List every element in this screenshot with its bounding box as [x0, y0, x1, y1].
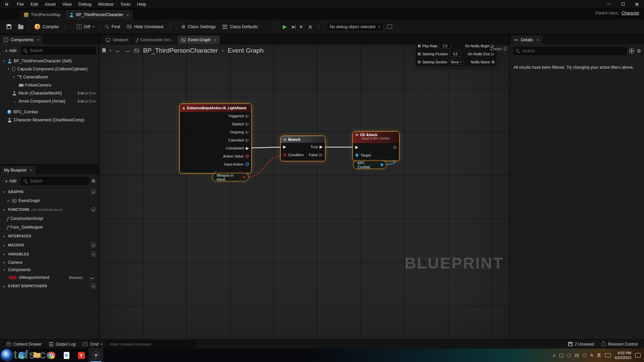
taskbar-notepad[interactable]: N	[59, 349, 74, 362]
tab-close-icon[interactable]: ×	[214, 38, 216, 43]
breadcrumb-root[interactable]: BP_ThirdPersonCharacter	[143, 47, 218, 54]
display-filter-icon[interactable]	[629, 49, 634, 53]
pin-input-action[interactable]: Input Action	[180, 160, 251, 168]
starting-position-value[interactable]: 0.0	[449, 51, 461, 57]
tree-row-followcamera[interactable]: FollowCamera	[0, 81, 99, 89]
edit-in-cpp-link[interactable]: Edit in C++	[78, 91, 96, 95]
exec-pin-icon[interactable]: ▶	[246, 146, 249, 150]
section-event-dispatchers[interactable]: ▸ EVENT DISPATCHERS +	[0, 282, 99, 291]
item-func-getweapon[interactable]: ƒ Func_GetWeapon	[0, 223, 99, 232]
taskbar-unreal-engine[interactable]: U	[89, 349, 103, 362]
float-pin-icon[interactable]	[418, 45, 421, 47]
exec-pin-icon[interactable]: ▷	[320, 153, 323, 157]
language-indicator-b[interactable]: 英	[597, 353, 601, 358]
details-search-input[interactable]	[513, 47, 627, 55]
pin-condition[interactable]: Condition	[283, 153, 304, 157]
add-graph-icon[interactable]: +	[91, 189, 96, 194]
chevron-down-icon[interactable]: ▾	[110, 49, 111, 52]
language-indicator-a[interactable]: A	[590, 353, 593, 358]
name-pin-icon[interactable]	[492, 61, 494, 63]
add-macro-icon[interactable]: +	[91, 243, 96, 248]
exec-in-pin-icon[interactable]: ▶	[355, 145, 358, 149]
gear-icon[interactable]: ⚙	[637, 49, 641, 53]
tree-row-charmove[interactable]: Character Movement (CharMoveComp)	[0, 116, 99, 124]
expander-icon[interactable]: ▾	[3, 208, 6, 212]
exec-pin-icon[interactable]: ▷	[246, 114, 249, 118]
bool-pin-icon[interactable]	[283, 153, 286, 157]
play-rate-value[interactable]: 1.0	[439, 44, 451, 49]
object-pin-icon[interactable]	[355, 154, 359, 157]
revision-control-button[interactable]: Revision Control	[598, 341, 641, 348]
bool-pin-icon[interactable]	[246, 155, 249, 158]
pin-starting-position[interactable]: Starting Position 0.0	[418, 50, 464, 58]
minimize-button[interactable]	[602, 0, 616, 9]
exec-pin-icon[interactable]: ▷	[246, 130, 249, 134]
eject-button[interactable]	[305, 22, 315, 32]
menu-help[interactable]: Help	[134, 1, 150, 8]
taskbar-clock[interactable]: 4:02 PM 6/22/2023	[615, 351, 631, 360]
network-icon[interactable]	[575, 354, 579, 357]
class-defaults-button[interactable]: Class Defaults	[219, 22, 261, 32]
output-log-button[interactable]: Output Log	[46, 341, 78, 348]
bookmark-icon[interactable]	[102, 48, 106, 53]
menu-asset[interactable]: Asset	[41, 1, 59, 8]
exec-out-pin-icon[interactable]: ▷	[394, 145, 397, 149]
starting-section-dropdown[interactable]: None▾	[449, 59, 464, 65]
debug-object-dropdown[interactable]: No debug object selected ▾	[326, 22, 384, 31]
add-component-button[interactable]: + Add	[3, 47, 18, 54]
hide-unrelated-button[interactable]: Hide Unrelated	[124, 22, 166, 32]
add-function-icon[interactable]: +	[91, 207, 96, 212]
exec-pin-icon[interactable]: ▷	[246, 138, 249, 142]
section-variables[interactable]: ▾ VARIABLES +	[0, 250, 99, 259]
node-header[interactable]: ⋎ Branch	[281, 136, 325, 143]
notification-center-icon[interactable]	[635, 353, 641, 358]
menu-view[interactable]: View	[59, 1, 75, 8]
exec-pin-icon[interactable]: ▶	[320, 145, 323, 149]
play-options-icon[interactable]: ⋮	[316, 24, 322, 29]
expander-icon[interactable]: ▾	[2, 59, 5, 63]
gear-icon[interactable]: ⚙	[91, 179, 96, 183]
tree-row-self[interactable]: ▾ BP_ThirdPersonCharacter (Self)	[0, 57, 99, 65]
tree-row-arrow[interactable]: → Arrow Component (Arrow) Edit in C++	[0, 97, 99, 105]
expander-icon[interactable]: ▾	[12, 75, 15, 79]
menu-file[interactable]: File	[13, 1, 27, 8]
section-functions[interactable]: ▾ FUNCTIONS (36 OVERRIDABLE) +	[0, 205, 99, 214]
unsaved-button[interactable]: 2 Unsaved	[565, 341, 597, 348]
my-blueprint-search-input[interactable]	[21, 177, 89, 185]
forward-arrow-icon[interactable]: →	[125, 48, 130, 54]
pin-notify-name[interactable]: Notify Name	[465, 58, 494, 66]
section-graphs[interactable]: ▾ GRAPHS +	[0, 187, 99, 196]
variable-bweaponinhand[interactable]: bWeaponInHand Boolean	[0, 274, 99, 282]
node-header[interactable]: ✉ CE Attack Target is BPC Combat	[353, 132, 399, 143]
tab-close-icon[interactable]: ×	[126, 12, 129, 17]
unreal-logo-icon[interactable]: U	[3, 1, 10, 8]
close-icon[interactable]: ×	[537, 38, 539, 42]
tray-icon-1[interactable]	[559, 354, 563, 357]
eye-closed-icon[interactable]	[90, 276, 95, 279]
tab-details[interactable]: ≔ Details ×	[511, 36, 542, 44]
compile-button[interactable]: ? Compile	[32, 22, 62, 32]
frame-skip-button[interactable]: ▶|	[290, 24, 297, 29]
node-branch[interactable]: ⋎ Branch ▶ True ▶ Condition	[280, 136, 325, 161]
pin-action-value[interactable]: Action Value	[180, 152, 251, 160]
console-command-input[interactable]	[107, 341, 197, 348]
close-icon[interactable]: ×	[37, 38, 39, 42]
tab-my-blueprint[interactable]: My Blueprint ×	[1, 166, 36, 175]
menu-tools[interactable]: Tools	[117, 1, 133, 8]
expander-icon[interactable]: ▸	[3, 261, 6, 264]
pin-starting-section[interactable]: Starting Section None▾	[418, 58, 464, 66]
bool-pin-icon[interactable]	[243, 176, 246, 179]
close-icon[interactable]: ×	[30, 168, 32, 173]
menu-edit[interactable]: Edit	[27, 1, 41, 8]
browse-button[interactable]	[15, 22, 26, 32]
cmd-dropdown[interactable]: > Cmd ▾	[80, 341, 105, 348]
expander-icon[interactable]: ▸	[3, 285, 6, 288]
object-pin-icon[interactable]	[246, 163, 249, 166]
pin-completed[interactable]: Completed▶	[180, 144, 251, 152]
exec-in-pin-icon[interactable]: ▶	[283, 145, 286, 149]
node-play-montage[interactable]: Play Rate 1.0 Starting Position 0.0 Star…	[415, 44, 497, 67]
touch-keyboard-icon[interactable]	[605, 353, 611, 357]
taskbar-yandex[interactable]: Y	[74, 349, 89, 362]
volume-icon[interactable]	[583, 354, 586, 357]
tab-event-graph[interactable]: Event Graph ×	[177, 36, 220, 44]
